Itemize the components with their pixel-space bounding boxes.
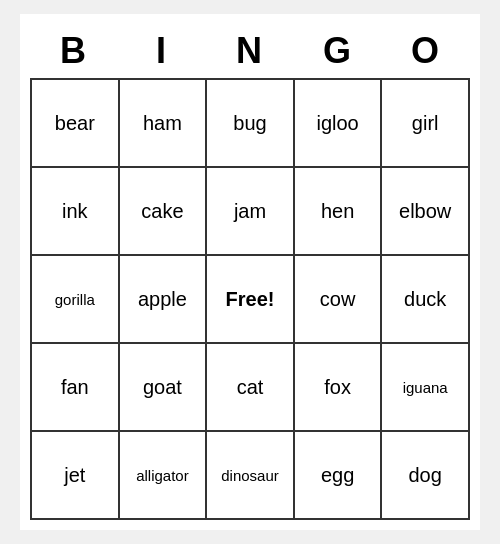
header-letter: G (294, 24, 382, 78)
bingo-cell: apple (120, 256, 208, 344)
bingo-cell: ink (32, 168, 120, 256)
header-letter: I (118, 24, 206, 78)
bingo-cell: duck (382, 256, 470, 344)
header-letter: N (206, 24, 294, 78)
bingo-cell: girl (382, 80, 470, 168)
bingo-cell: gorilla (32, 256, 120, 344)
bingo-card: BINGO bearhambugigloogirlinkcakejamhenel… (20, 14, 480, 530)
bingo-cell: elbow (382, 168, 470, 256)
bingo-cell: igloo (295, 80, 383, 168)
bingo-cell: jet (32, 432, 120, 520)
bingo-cell: goat (120, 344, 208, 432)
bingo-cell: hen (295, 168, 383, 256)
header-letter: O (382, 24, 470, 78)
bingo-cell: alligator (120, 432, 208, 520)
bingo-cell: ham (120, 80, 208, 168)
bingo-header: BINGO (30, 24, 470, 78)
bingo-cell: cow (295, 256, 383, 344)
free-cell: Free! (207, 256, 295, 344)
bingo-cell: cat (207, 344, 295, 432)
bingo-cell: jam (207, 168, 295, 256)
bingo-cell: fox (295, 344, 383, 432)
bingo-cell: bear (32, 80, 120, 168)
bingo-cell: egg (295, 432, 383, 520)
header-letter: B (30, 24, 118, 78)
bingo-cell: iguana (382, 344, 470, 432)
bingo-cell: dog (382, 432, 470, 520)
bingo-cell: dinosaur (207, 432, 295, 520)
bingo-cell: fan (32, 344, 120, 432)
bingo-grid: bearhambugigloogirlinkcakejamhenelbowgor… (30, 78, 470, 520)
bingo-cell: bug (207, 80, 295, 168)
bingo-cell: cake (120, 168, 208, 256)
